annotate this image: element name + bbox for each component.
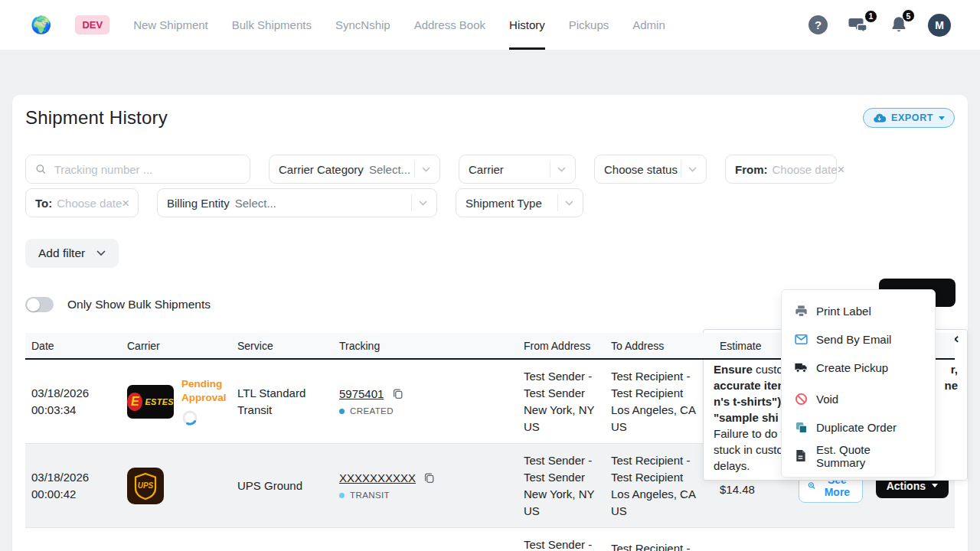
status-badge: CREATED: [350, 406, 394, 416]
bulk-shipments-toggle[interactable]: [25, 297, 54, 312]
menu-item-create-pickup[interactable]: Create Pickup: [782, 354, 935, 382]
search-icon: [35, 163, 47, 175]
carrier-label: Carrier: [469, 163, 504, 176]
to-address: Test Recipient -Test Recipient Los Angel…: [605, 452, 714, 520]
copy-icon[interactable]: [392, 388, 403, 399]
from-date-label: From:: [735, 163, 768, 176]
col-header-date: Date: [25, 340, 121, 352]
nav-link-syncnship[interactable]: SyncNship: [335, 0, 390, 50]
clear-to-date-icon[interactable]: ×: [122, 197, 129, 210]
service-name: LTL Standard Transit: [231, 385, 333, 419]
menu-item-label: Void: [816, 393, 838, 406]
notifications-button[interactable]: 5: [890, 15, 907, 34]
app-logo-globe-icon[interactable]: 🌍: [31, 17, 51, 34]
chevron-down-icon: [422, 167, 430, 172]
estes-logo-text: ESTES: [145, 397, 174, 406]
nav-link-pickups[interactable]: Pickups: [569, 0, 609, 50]
user-avatar[interactable]: M: [928, 14, 951, 37]
col-header-from-address: From Address: [518, 340, 605, 352]
add-filter-button[interactable]: Add filter: [25, 239, 119, 268]
col-header-tracking: Tracking: [333, 340, 518, 352]
duplicate-icon: [794, 421, 808, 434]
menu-item-est-quote-summary[interactable]: Est. Quote Summary: [782, 442, 935, 470]
filters-bar: Carrier Category Select... Carrier Choos…: [25, 155, 955, 217]
table-row: Test Sender -Test Sender New York, NYUS …: [25, 528, 955, 551]
clear-from-date-icon[interactable]: ×: [838, 163, 845, 176]
bulk-toggle-label: Only Show Bulk Shipments: [67, 298, 211, 311]
select-divider: [557, 194, 558, 211]
ups-carrier-logo: UPS: [127, 468, 164, 504]
notifications-count-badge: 5: [902, 9, 915, 22]
menu-item-label: Print Label: [816, 305, 871, 318]
actions-label: Actions: [887, 480, 926, 492]
from-address: Test Sender -Test Sender New York, NYUS: [518, 452, 605, 520]
shipment-history-page: { "colors": { "accent_blue": "#2196F3", …: [0, 0, 980, 551]
copy-icon[interactable]: [423, 472, 435, 484]
nav-link-address-book[interactable]: Address Book: [414, 0, 485, 50]
export-button[interactable]: EXPORT: [863, 108, 955, 128]
pending-approval-badge: Pending Approval: [181, 377, 237, 405]
select-divider: [414, 161, 415, 178]
truck-icon: [794, 362, 808, 373]
svg-text:UPS: UPS: [138, 481, 154, 490]
customs-popover-text: Ensure custo accurate iten n's t-shirts"…: [714, 361, 785, 474]
envelope-icon: [794, 334, 808, 345]
billing-entity-label: Billing Entity: [167, 197, 230, 210]
service-name: UPS Ground: [231, 479, 333, 492]
toggle-knob: [27, 298, 40, 311]
customs-popover-text-right: r, ne: [944, 361, 958, 393]
from-address: Test Sender -Test Sender New York, NYUS: [518, 368, 605, 435]
to-date-picker[interactable]: To: Choose date ×: [25, 188, 139, 217]
status-badge: TRANSIT: [350, 491, 390, 500]
messages-button[interactable]: 1: [848, 16, 870, 34]
estimate-value: $14.48: [714, 483, 792, 496]
carrier-category-label: Carrier Category: [279, 163, 364, 176]
carrier-category-select[interactable]: Carrier Category Select...: [269, 155, 440, 184]
from-date-picker[interactable]: From: Choose date ×: [725, 155, 837, 184]
menu-item-label: Est. Quote Summary: [816, 443, 923, 469]
shipment-type-label: Shipment Type: [466, 197, 542, 210]
menu-item-label: Duplicate Order: [816, 421, 897, 434]
menu-item-label: Send By Email: [816, 333, 891, 346]
nav-link-admin[interactable]: Admin: [632, 0, 665, 50]
tracking-number-link[interactable]: XXXXXXXXXX: [339, 471, 416, 484]
menu-item-send-by-email[interactable]: Send By Email: [782, 325, 935, 354]
nav-link-history[interactable]: History: [509, 0, 545, 50]
to-address: Test Recipient -Test Recipient Los Angel…: [605, 368, 714, 435]
to-date-label: To:: [35, 197, 52, 210]
status-select[interactable]: Choose status: [594, 155, 707, 184]
page-title: Shipment History: [25, 107, 168, 129]
menu-item-duplicate-order[interactable]: Duplicate Order: [782, 413, 935, 442]
carrier-select[interactable]: Carrier: [459, 155, 576, 184]
nav-link-new-shipment[interactable]: New Shipment: [133, 0, 208, 50]
carrier-category-value: Select...: [369, 163, 410, 176]
loading-spinner-icon: [181, 409, 198, 426]
billing-entity-value: Select...: [235, 197, 276, 210]
from-address: Test Sender -Test Sender New York, NYUS: [518, 536, 605, 551]
tracking-number-link[interactable]: 5975401: [339, 387, 384, 400]
tracking-number-field[interactable]: [53, 162, 240, 177]
document-icon: [794, 449, 808, 462]
nav-link-bulk-shipments[interactable]: Bulk Shipments: [232, 0, 312, 50]
zoom-in-icon: [808, 480, 815, 491]
chevron-down-icon: [688, 167, 697, 172]
messages-count-badge: 1: [864, 10, 877, 23]
chevron-down-icon: [557, 167, 566, 172]
billing-entity-select[interactable]: Billing Entity Select...: [157, 188, 437, 217]
shipment-date: 03/18/2026 00:03:34: [25, 385, 121, 419]
menu-item-print-label[interactable]: Print Label: [782, 297, 935, 325]
to-address: Test Recipient -Test Recipient Los Angel…: [605, 540, 714, 551]
estes-carrier-logo: E ESTES: [127, 385, 174, 419]
ban-icon: [794, 393, 808, 406]
menu-item-void[interactable]: Void: [782, 385, 935, 413]
status-label: Choose status: [604, 163, 678, 176]
help-icon[interactable]: ?: [808, 15, 828, 34]
caret-down-icon: [932, 484, 938, 487]
shipment-type-select[interactable]: Shipment Type: [456, 188, 583, 217]
tracking-number-input[interactable]: [25, 155, 250, 184]
chevron-down-icon: [96, 250, 106, 256]
col-header-to-address: To Address: [605, 340, 714, 352]
cloud-download-icon: [873, 112, 886, 123]
estes-logo-initial: E: [127, 393, 142, 411]
col-header-carrier: Carrier: [121, 340, 231, 352]
